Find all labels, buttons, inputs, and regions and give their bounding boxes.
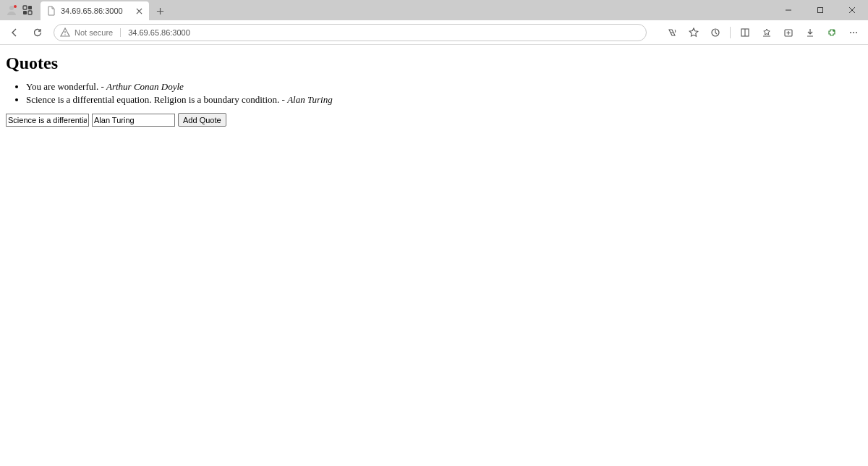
svg-point-1 [14, 5, 17, 8]
svg-point-13 [853, 32, 854, 33]
not-secure-label: Not secure [75, 28, 113, 37]
extensions-icon[interactable] [822, 22, 842, 43]
browser-titlebar: 34.69.65.86:3000 [0, 0, 868, 20]
favorites-bar-icon[interactable] [757, 22, 777, 43]
quote-author: Arthur Conan Doyle [106, 81, 184, 92]
svg-rect-6 [818, 8, 823, 13]
back-button[interactable] [4, 22, 25, 43]
tab-title: 34.69.65.86:3000 [61, 7, 129, 15]
new-tab-button[interactable] [150, 1, 169, 20]
tab-close-button[interactable] [133, 5, 145, 17]
toolbar-right [662, 22, 864, 43]
quote-separator: - [98, 81, 106, 92]
quote-list: You are wonderful. - Arthur Conan Doyle … [6, 80, 862, 106]
collections-icon[interactable] [778, 22, 799, 43]
author-input[interactable] [92, 114, 175, 127]
svg-point-14 [856, 32, 857, 33]
quote-item: Science is a differential equation. Reli… [26, 93, 862, 106]
profile-icon[interactable] [6, 4, 17, 16]
read-aloud-icon[interactable] [662, 22, 682, 43]
page-content: Quotes You are wonderful. - Arthur Conan… [0, 45, 868, 466]
quote-author: Alan Turing [287, 94, 333, 105]
refresh-button[interactable] [27, 22, 48, 43]
add-quote-form: Add Quote [6, 113, 862, 127]
quote-text: Science is a differential equation. Reli… [26, 94, 279, 105]
tab-strip: 34.69.65.86:3000 [41, 0, 169, 20]
quote-input[interactable] [6, 114, 89, 127]
svg-rect-2 [23, 6, 27, 9]
url-text: 34.69.65.86:3000 [128, 28, 190, 37]
svg-point-12 [850, 32, 851, 33]
svg-point-7 [64, 34, 65, 35]
quote-separator: - [279, 94, 287, 105]
browser-tab[interactable]: 34.69.65.86:3000 [41, 1, 149, 20]
window-close-button[interactable] [836, 0, 868, 20]
browser-toolbar: Not secure 34.69.65.86:3000 [0, 20, 868, 45]
toolbar-divider [730, 27, 731, 38]
favorite-icon[interactable] [684, 22, 704, 43]
titlebar-left [3, 0, 36, 20]
window-controls [773, 0, 868, 20]
svg-rect-5 [28, 11, 32, 14]
add-quote-button[interactable]: Add Quote [178, 113, 226, 127]
quote-item: You are wonderful. - Arthur Conan Doyle [26, 80, 862, 93]
quote-text: You are wonderful. [26, 81, 98, 92]
svg-rect-4 [23, 11, 27, 14]
split-screen-icon[interactable] [735, 22, 755, 43]
svg-point-0 [9, 6, 14, 10]
sync-icon[interactable] [705, 22, 726, 43]
address-bar[interactable]: Not secure 34.69.65.86:3000 [54, 24, 647, 41]
not-secure-icon [60, 27, 70, 38]
workspaces-icon[interactable] [22, 4, 33, 16]
page-heading: Quotes [6, 54, 862, 73]
url-divider [120, 28, 121, 37]
svg-point-11 [833, 29, 835, 31]
page-icon [46, 6, 56, 16]
window-maximize-button[interactable] [804, 0, 836, 20]
svg-rect-3 [28, 6, 32, 9]
downloads-icon[interactable] [800, 22, 820, 43]
menu-icon[interactable] [843, 22, 864, 43]
window-minimize-button[interactable] [773, 0, 804, 20]
